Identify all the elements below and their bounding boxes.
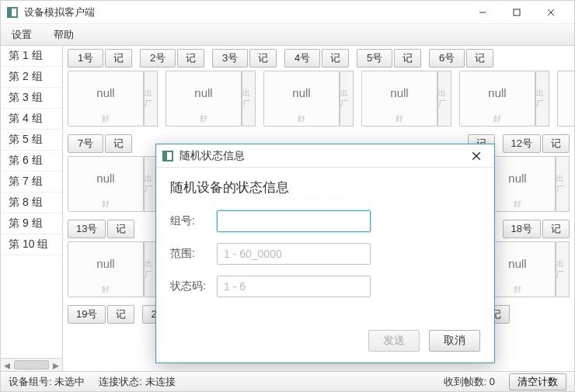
main-window: 设备模拟客户端 设置 帮助 第 1 组 第 2 组 第 3 组 第 4 组 第 …	[0, 0, 575, 392]
maximize-button[interactable]	[500, 1, 534, 24]
group-item[interactable]: 第 10 组	[1, 234, 62, 255]
status-code-input[interactable]	[217, 276, 371, 297]
status-group-label: 设备组号:	[9, 376, 52, 387]
factory-icon: 出厂	[535, 71, 549, 127]
device-button[interactable]: 1号	[68, 49, 103, 68]
random-status-dialog: 随机状态信息 随机设备的状态信息 组号: 范围:	[155, 144, 495, 363]
sidebar-scrollbar[interactable]: ◂ ▸	[1, 358, 62, 371]
dialog-title: 随机状态信息	[179, 149, 465, 163]
device-card[interactable]: null好	[68, 241, 144, 297]
status-frames-label: 收到帧数:	[444, 376, 487, 387]
record-button[interactable]: 记	[177, 49, 204, 68]
device-card[interactable]: null好	[459, 71, 535, 127]
device-button[interactable]: 18号	[503, 220, 541, 238]
device-grid: 1号记 2号记 3号记 4号记 5号记 6号记 null好出厂 null好出厂 …	[63, 46, 574, 371]
group-item[interactable]: 第 2 组	[1, 67, 62, 88]
menu-settings[interactable]: 设置	[1, 24, 43, 45]
group-item[interactable]: 第 7 组	[1, 172, 62, 193]
device-card[interactable]: null好	[263, 71, 340, 127]
record-button[interactable]: 记	[107, 220, 134, 238]
device-card[interactable]: null好	[557, 71, 574, 127]
record-button[interactable]: 记	[542, 220, 570, 238]
group-item[interactable]: 第 3 组	[1, 88, 62, 109]
range-input[interactable]	[217, 243, 371, 265]
record-button[interactable]: 记	[466, 49, 493, 68]
menu-help[interactable]: 帮助	[43, 24, 85, 45]
factory-icon: 出厂	[556, 241, 570, 297]
app-icon	[162, 151, 173, 161]
device-button[interactable]: 7号	[68, 134, 103, 153]
dialog-titlebar: 随机状态信息	[156, 144, 494, 168]
cancel-button[interactable]: 取消	[429, 330, 480, 352]
dialog-close-button[interactable]	[465, 147, 488, 165]
factory-icon: 出厂	[340, 71, 354, 127]
device-button[interactable]: 3号	[212, 49, 248, 68]
group-label: 组号:	[170, 214, 217, 228]
record-button[interactable]: 记	[542, 134, 570, 153]
svg-rect-1	[514, 9, 520, 16]
app-icon	[7, 7, 18, 18]
group-item[interactable]: 第 9 组	[1, 213, 62, 234]
group-item[interactable]: 第 1 组	[1, 46, 62, 67]
factory-icon: 出厂	[144, 71, 158, 127]
window-title: 设备模拟客户端	[24, 5, 465, 19]
statusbar: 设备组号: 未选中 连接状态: 未连接 收到帧数: 0 清空计数	[1, 371, 574, 391]
scroll-right-icon[interactable]: ▸	[50, 359, 62, 371]
device-button[interactable]: 12号	[503, 134, 541, 153]
group-item[interactable]: 第 8 组	[1, 193, 62, 213]
group-item[interactable]: 第 4 组	[1, 109, 62, 130]
close-button[interactable]	[534, 1, 568, 24]
record-button[interactable]: 记	[107, 305, 134, 324]
factory-icon: 出厂	[437, 71, 451, 127]
clear-count-button[interactable]: 清空计数	[509, 373, 566, 390]
record-button[interactable]: 记	[249, 49, 277, 68]
device-card[interactable]: null好	[68, 156, 144, 212]
menubar: 设置 帮助	[1, 24, 574, 46]
status-conn-value: 未连接	[145, 376, 176, 387]
group-item[interactable]: 第 5 组	[1, 130, 62, 151]
device-card[interactable]: null好	[361, 71, 437, 127]
device-button[interactable]: 2号	[140, 49, 176, 68]
status-conn-label: 连接状态:	[99, 376, 142, 387]
group-item[interactable]: 第 6 组	[1, 151, 62, 172]
minimize-button[interactable]	[465, 1, 500, 24]
record-button[interactable]: 记	[322, 49, 349, 68]
status-frames-value: 0	[490, 376, 495, 387]
record-button[interactable]: 记	[105, 134, 132, 153]
scroll-left-icon[interactable]: ◂	[1, 359, 13, 371]
device-card[interactable]: null好	[166, 71, 242, 127]
device-button[interactable]: 19号	[68, 305, 106, 324]
dialog-heading: 随机设备的状态信息	[170, 179, 480, 196]
device-button[interactable]: 5号	[357, 49, 392, 68]
titlebar: 设备模拟客户端	[1, 1, 574, 24]
device-button[interactable]: 4号	[284, 49, 320, 68]
record-button[interactable]: 记	[394, 49, 421, 68]
submit-button[interactable]: 发送	[368, 330, 420, 352]
factory-icon: 出厂	[556, 156, 570, 212]
range-label: 范围:	[170, 247, 217, 261]
status-label: 状态码:	[170, 279, 217, 293]
device-card[interactable]: null好	[68, 71, 144, 127]
record-button[interactable]: 记	[105, 49, 132, 68]
status-group-value: 未选中	[54, 376, 85, 387]
group-input[interactable]	[217, 210, 371, 232]
factory-icon: 出厂	[242, 71, 256, 127]
device-button[interactable]: 6号	[429, 49, 465, 68]
device-button[interactable]: 13号	[68, 220, 106, 238]
sidebar: 第 1 组 第 2 组 第 3 组 第 4 组 第 5 组 第 6 组 第 7 …	[1, 46, 63, 371]
